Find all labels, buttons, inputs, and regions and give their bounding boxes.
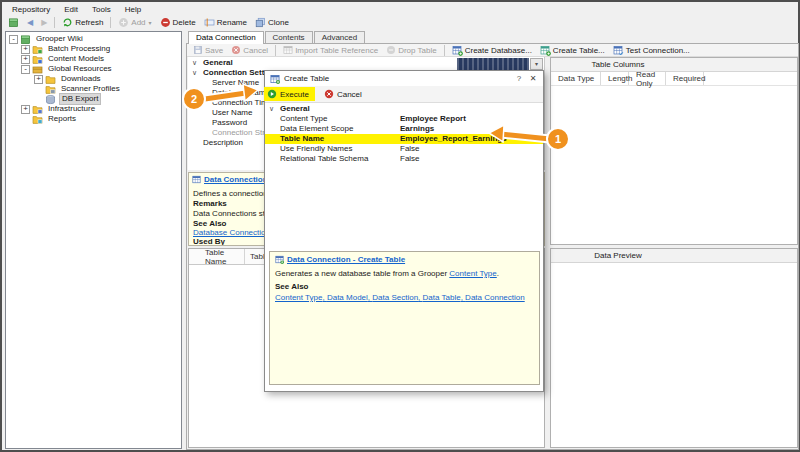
dialog-property-table-name[interactable]: Table Name Employee_Report_Earnings — [265, 134, 543, 144]
refresh-label: Refresh — [75, 18, 103, 27]
tree-item-downloads[interactable]: + Downloads — [6, 74, 181, 84]
column-header-length[interactable]: Length — [601, 72, 629, 85]
create-table-icon — [270, 74, 280, 84]
column-header-read-only[interactable]: Read Only — [629, 72, 666, 85]
see-also-link-content-type[interactable]: Content Type — [275, 293, 327, 302]
save-label: Save — [205, 46, 223, 55]
tree-item-global-resources[interactable]: - Global Resources — [6, 64, 181, 74]
create-database-button[interactable]: Create Database... — [449, 44, 535, 57]
refresh-button[interactable]: Refresh — [59, 16, 106, 29]
menu-repository[interactable]: Repository — [6, 5, 56, 14]
dropdown-button[interactable]: ▾ — [530, 58, 543, 70]
tab-advanced[interactable]: Advanced — [314, 31, 366, 43]
data-preview-panel: Data Preview — [550, 248, 798, 448]
property-label: Description — [203, 138, 243, 148]
dialog-property-grid: ∨ General Content Type Employee Report D… — [265, 103, 543, 164]
property-label: Content Type — [265, 114, 400, 124]
tab-data-connection[interactable]: Data Connection — [188, 31, 264, 44]
property-label: Table Name — [265, 134, 400, 144]
tree-item-grooper-wiki[interactable]: - Grooper Wiki — [6, 34, 181, 44]
grooper-icon — [8, 17, 19, 28]
help-text: Defines a connection — [193, 189, 268, 198]
help-link[interactable]: Database Connection — [193, 228, 270, 237]
test-connection-icon — [613, 45, 624, 56]
app-node-button[interactable] — [5, 16, 22, 29]
expand-icon[interactable]: + — [34, 75, 43, 84]
help-used-by-heading: Used By — [193, 237, 225, 246]
dialog-title-bar[interactable]: Create Table ? ✕ — [265, 71, 543, 86]
property-value: Employee Report — [400, 114, 466, 124]
test-connection-button[interactable]: Test Connection... — [610, 44, 693, 57]
dialog-cancel-button[interactable]: Cancel — [324, 89, 362, 99]
see-also-link-data-connection[interactable]: Data Connection — [465, 293, 525, 302]
rename-button[interactable]: Rename — [201, 16, 250, 29]
clone-button[interactable]: Clone — [252, 16, 292, 29]
help-body-text: Generates a new database table from a Gr… — [275, 269, 449, 278]
save-button[interactable]: Save — [190, 44, 226, 57]
dialog-help-title-link[interactable]: Data Connection - Create Table — [287, 255, 405, 264]
add-icon — [118, 17, 129, 28]
dialog-see-also-heading: See Also — [275, 282, 534, 291]
delete-icon — [160, 17, 171, 28]
column-header-required[interactable]: Required — [666, 72, 704, 85]
menu-tools[interactable]: Tools — [86, 5, 117, 14]
expand-icon[interactable]: + — [21, 45, 30, 54]
tree-item-label: Content Models — [46, 54, 106, 64]
cancel-label: Cancel — [243, 46, 268, 55]
tree-item-batch-processing[interactable]: + Batch Processing — [6, 44, 181, 54]
collapse-icon[interactable]: - — [9, 35, 18, 44]
chevron-down-icon: ∨ — [188, 68, 203, 78]
expand-icon[interactable]: + — [21, 105, 30, 114]
delete-button[interactable]: Delete — [157, 16, 199, 29]
selected-value-editor[interactable] — [457, 58, 529, 70]
content-type-link[interactable]: Content Type — [449, 269, 496, 278]
column-header-table-name[interactable]: Table Name — [189, 249, 245, 264]
tree-item-label: Infrastructure — [46, 104, 97, 114]
dialog-see-also-links: Content TypeData ModelData SectionData T… — [275, 293, 534, 302]
dialog-category-general[interactable]: ∨ General — [265, 104, 543, 114]
drop-table-icon — [386, 45, 396, 55]
add-button[interactable]: Add ▾ — [115, 16, 154, 29]
collapse-icon[interactable]: - — [21, 65, 30, 74]
grooper-node-icon — [20, 34, 31, 45]
dialog-property-data-element-scope[interactable]: Data Element Scope Earnings — [265, 124, 543, 134]
connection-toolbar: Save Cancel Import Table Reference Drop … — [187, 44, 798, 57]
tree-item-db-export[interactable]: DB Export — [6, 94, 181, 104]
property-value: False — [400, 144, 420, 154]
dialog-property-content-type[interactable]: Content Type Employee Report — [265, 114, 543, 124]
tab-contents[interactable]: Contents — [265, 31, 313, 43]
toolbar-separator — [110, 17, 111, 28]
add-dropdown-caret-icon: ▾ — [149, 19, 152, 26]
menu-edit[interactable]: Edit — [58, 5, 84, 14]
cancel-icon — [231, 45, 241, 55]
execute-button[interactable]: Execute — [264, 87, 315, 101]
clone-label: Clone — [268, 18, 289, 27]
tree-item-infrastructure[interactable]: + Infrastructure — [6, 104, 181, 114]
help-title-link[interactable]: Data Connection — [204, 175, 268, 184]
see-also-link-data-model[interactable]: Data Model — [327, 293, 372, 302]
dialog-close-button[interactable]: ✕ — [528, 74, 538, 83]
tree-item-content-models[interactable]: + Content Models — [6, 54, 181, 64]
dialog-property-relational-table-schema[interactable]: Relational Table Schema False — [265, 154, 543, 164]
cancel-button[interactable]: Cancel — [228, 44, 271, 57]
tree-item-reports[interactable]: Reports — [6, 114, 181, 124]
drop-table-button[interactable]: Drop Table — [383, 44, 440, 57]
nav-forward-button[interactable]: ▶ — [38, 16, 50, 29]
menu-help[interactable]: Help — [119, 5, 147, 14]
toolbar-separator — [54, 17, 55, 28]
import-table-reference-button[interactable]: Import Table Reference — [280, 44, 381, 57]
table-columns-header-row: Data Type Length Read Only Required — [551, 72, 797, 86]
property-value: False — [400, 154, 420, 164]
see-also-link-data-section[interactable]: Data Section — [372, 293, 422, 302]
create-table-label: Create Table... — [553, 46, 605, 55]
table-columns-panel: Table Columns Data Type Length Read Only… — [550, 57, 798, 245]
dialog-help-button[interactable]: ? — [514, 74, 524, 83]
property-value: Employee_Report_Earnings — [400, 134, 507, 144]
create-table-button[interactable]: Create Table... — [537, 44, 608, 57]
dialog-property-use-friendly-names[interactable]: Use Friendly Names False — [265, 144, 543, 154]
node-tree: - Grooper Wiki + Batch Processing + Cont… — [5, 31, 182, 449]
column-header-data-type[interactable]: Data Type — [551, 72, 601, 85]
expand-icon[interactable]: + — [21, 55, 30, 64]
see-also-link-data-table[interactable]: Data Table — [423, 293, 466, 302]
nav-back-button[interactable]: ◀ — [24, 16, 36, 29]
